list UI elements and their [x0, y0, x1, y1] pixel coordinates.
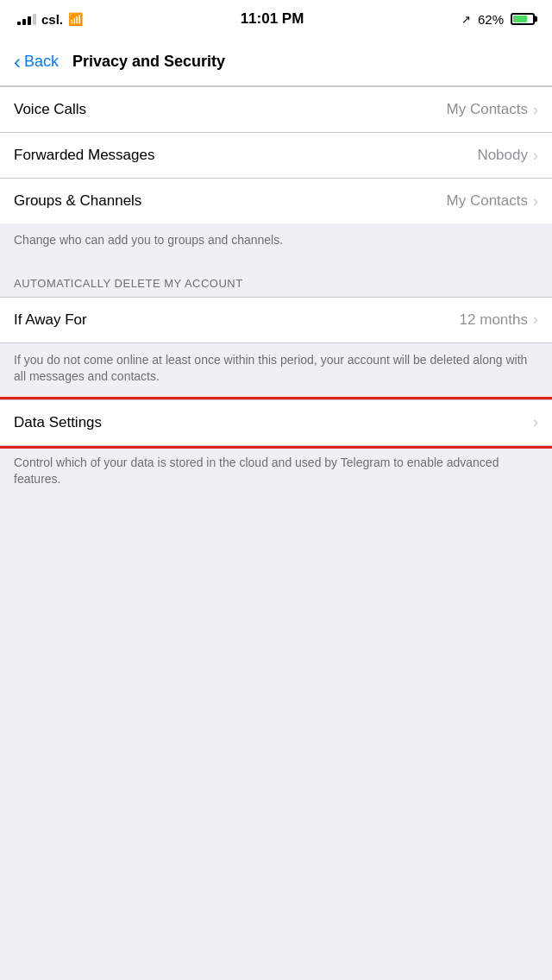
groups-description: Change who can add you to groups and cha… — [0, 223, 552, 263]
status-time: 11:01 PM — [241, 10, 304, 28]
if-away-for-chevron-icon: › — [533, 311, 538, 329]
status-left: csl. 📶 — [17, 12, 83, 27]
battery-fill — [513, 16, 527, 22]
signal-bar-2 — [22, 19, 26, 25]
signal-bar-1 — [17, 22, 21, 25]
data-settings-chevron-icon: › — [533, 413, 538, 431]
forwarded-messages-label: Forwarded Messages — [14, 147, 154, 164]
voice-calls-chevron-icon: › — [533, 101, 538, 119]
forwarded-messages-value-container: Nobody › — [477, 147, 538, 165]
battery-percent: 62% — [478, 12, 504, 27]
groups-channels-value: My Contacts — [447, 192, 528, 210]
voice-calls-value: My Contacts — [447, 101, 528, 118]
forwarded-messages-value: Nobody — [477, 147, 528, 164]
groups-channels-row[interactable]: Groups & Channels My Contacts › — [0, 179, 552, 223]
status-bar: csl. 📶 11:01 PM ↗ 62% — [0, 0, 552, 38]
signal-bar-3 — [28, 16, 31, 25]
if-away-for-label: If Away For — [14, 311, 87, 329]
battery-icon — [511, 13, 535, 25]
if-away-for-value: 12 months — [460, 311, 528, 329]
back-label: Back — [24, 53, 59, 71]
data-settings-value-container: › — [533, 413, 538, 431]
location-icon: ↗ — [461, 13, 471, 26]
forwarded-messages-row[interactable]: Forwarded Messages Nobody › — [0, 133, 552, 178]
back-button[interactable]: ‹ Back — [14, 52, 59, 72]
groups-channels-label: Groups & Channels — [14, 192, 141, 210]
voice-calls-label: Voice Calls — [14, 101, 86, 118]
wifi-icon: 📶 — [68, 12, 83, 26]
auto-delete-header: AUTOMATICALLY DELETE MY ACCOUNT — [0, 263, 552, 297]
data-settings-row[interactable]: Data Settings › — [0, 400, 552, 445]
status-right: ↗ 62% — [461, 12, 535, 27]
voice-calls-value-container: My Contacts › — [447, 101, 538, 119]
signal-bar-4 — [33, 14, 36, 25]
groups-channels-chevron-icon: › — [533, 192, 538, 210]
carrier-name: csl. — [41, 12, 63, 27]
away-description: If you do not come online at least once … — [0, 343, 552, 399]
data-description: Control which of your data is stored in … — [0, 446, 552, 502]
groups-channels-value-container: My Contacts › — [447, 192, 538, 210]
nav-bar: ‹ Back Privacy and Security — [0, 38, 552, 86]
if-away-for-row[interactable]: If Away For 12 months › — [0, 298, 552, 342]
signal-bars — [17, 13, 36, 25]
back-chevron-icon: ‹ — [14, 52, 21, 72]
if-away-for-value-container: 12 months › — [460, 311, 538, 329]
voice-calls-row[interactable]: Voice Calls My Contacts › — [0, 87, 552, 132]
data-settings-label: Data Settings — [14, 414, 102, 431]
page-title: Privacy and Security — [72, 53, 225, 71]
forwarded-messages-chevron-icon: › — [533, 147, 538, 165]
